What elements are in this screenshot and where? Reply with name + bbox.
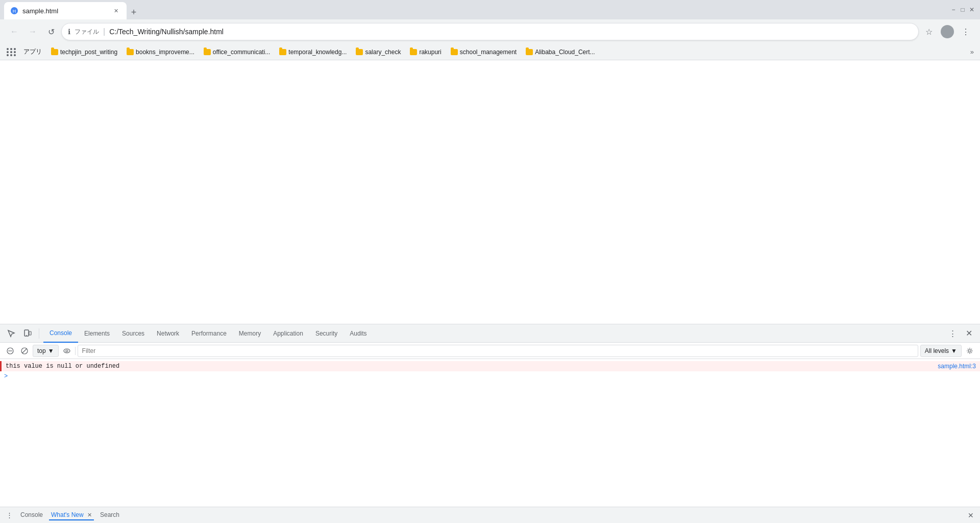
- window-controls: − □ ✕: [949, 6, 976, 14]
- page-content: [0, 60, 980, 324]
- folder-icon: [204, 49, 211, 55]
- file-protocol-label: ファイル: [75, 28, 99, 36]
- apps-grid-icon: [7, 48, 16, 56]
- folder-icon: [127, 49, 134, 55]
- levels-selector[interactable]: All levels ▼: [920, 345, 962, 357]
- folder-icon: [526, 49, 533, 55]
- bookmark-star-button[interactable]: ☆: [921, 23, 937, 40]
- omnibar: ← → ↺ ℹ ファイル | C:/Tech_Writing/Nullish/s…: [0, 19, 980, 44]
- gear-icon: [966, 347, 973, 354]
- folder-icon: [51, 49, 58, 55]
- svg-point-10: [66, 350, 68, 352]
- tab-close-button[interactable]: ✕: [111, 6, 120, 15]
- toolbar-vsep: [75, 347, 76, 355]
- tab-sources[interactable]: Sources: [116, 324, 151, 343]
- bookmark-office[interactable]: office_communicati...: [200, 46, 275, 58]
- settings-button[interactable]: [964, 345, 976, 357]
- console-block-button[interactable]: [18, 345, 31, 357]
- profile-button[interactable]: [939, 23, 955, 40]
- bookmark-temporal[interactable]: temporal_knowledg...: [275, 46, 351, 58]
- eye-button[interactable]: [61, 345, 73, 357]
- minimize-button[interactable]: −: [949, 6, 958, 14]
- devtools-panel: Console Elements Sources Network Perform…: [0, 324, 980, 523]
- cursor-icon: [7, 329, 15, 338]
- error-source-link[interactable]: sample.html:3: [938, 363, 976, 370]
- devtools-toolbar: Console Elements Sources Network Perform…: [0, 324, 980, 343]
- block-icon: [21, 347, 28, 354]
- bottom-menu-button[interactable]: ⋮: [4, 510, 14, 520]
- devtools-tabs: Console Elements Sources Network Perform…: [43, 324, 943, 343]
- apps-button[interactable]: [4, 45, 18, 59]
- device-icon: [23, 329, 32, 338]
- back-button[interactable]: ←: [6, 23, 22, 40]
- tab-title: sample.html: [22, 7, 107, 15]
- tab-performance[interactable]: Performance: [185, 324, 233, 343]
- tab-network[interactable]: Network: [151, 324, 185, 343]
- devtools-bottom-bar: ⋮ Console What's New ✕ Search ✕: [0, 507, 980, 523]
- svg-point-4: [26, 335, 27, 336]
- tab-elements[interactable]: Elements: [78, 324, 116, 343]
- toolbar-separator: [39, 328, 39, 339]
- console-prompt-line: >: [0, 371, 980, 382]
- bottom-tab-whats-new-close[interactable]: ✕: [87, 512, 92, 518]
- svg-point-9: [64, 349, 70, 353]
- context-arrow: ▼: [48, 347, 54, 354]
- profile-avatar: [941, 25, 954, 38]
- bookmark-rakupuri[interactable]: rakupuri: [406, 46, 445, 58]
- bookmark-alibaba[interactable]: Alibaba_Cloud_Cert...: [522, 46, 599, 58]
- context-value: top: [37, 347, 46, 354]
- levels-value: All levels: [925, 347, 949, 354]
- levels-arrow: ▼: [951, 347, 957, 354]
- tab-favicon: H: [10, 7, 18, 15]
- title-bar: H sample.html ✕ + − □ ✕: [0, 0, 980, 19]
- devtools-close-button[interactable]: ✕: [962, 326, 976, 341]
- folder-icon: [410, 49, 417, 55]
- error-message: this value is null or undefined: [6, 363, 119, 370]
- bottom-tab-console[interactable]: Console: [18, 510, 45, 520]
- console-output: this value is null or undefined sample.h…: [0, 359, 980, 507]
- folder-icon: [356, 49, 363, 55]
- clear-icon: [7, 347, 14, 354]
- device-toggle-button[interactable]: [20, 326, 35, 341]
- bottom-tab-whats-new[interactable]: What's New ✕: [49, 510, 94, 520]
- console-clear-button[interactable]: [4, 345, 16, 357]
- address-separator: |: [103, 27, 105, 36]
- browser-tab[interactable]: H sample.html ✕: [4, 2, 127, 19]
- address-bar[interactable]: ℹ ファイル | C:/Tech_Writing/Nullish/sample.…: [61, 23, 919, 40]
- eye-icon: [63, 347, 70, 354]
- maximize-button[interactable]: □: [959, 6, 967, 14]
- bottom-bar-close-button[interactable]: ✕: [966, 510, 976, 520]
- new-tab-button[interactable]: +: [127, 5, 141, 19]
- bookmark-salary[interactable]: salary_check: [352, 46, 405, 58]
- devtools-more-button[interactable]: ⋮: [945, 326, 960, 341]
- forward-button[interactable]: →: [24, 23, 41, 40]
- chrome-menu-button[interactable]: ⋮: [958, 23, 974, 40]
- svg-line-8: [22, 348, 27, 353]
- bookmark-techpjin[interactable]: techpjin_post_writing: [47, 46, 121, 58]
- folder-icon: [279, 49, 286, 55]
- security-icon: ℹ: [68, 28, 70, 36]
- tab-console[interactable]: Console: [43, 324, 78, 343]
- context-selector[interactable]: top ▼: [33, 345, 59, 357]
- bottom-tab-search[interactable]: Search: [98, 510, 121, 520]
- bookmark-school[interactable]: school_management: [447, 46, 521, 58]
- bookmarks-bar: アプリ techpjin_post_writing bookns_improve…: [0, 44, 980, 60]
- console-error-entry: this value is null or undefined sample.h…: [0, 361, 980, 371]
- folder-icon: [451, 49, 458, 55]
- tab-strip: H sample.html ✕ +: [4, 0, 949, 19]
- console-toolbar: top ▼ All levels ▼: [0, 343, 980, 359]
- tab-audits[interactable]: Audits: [344, 324, 373, 343]
- tab-security[interactable]: Security: [309, 324, 344, 343]
- bookmark-bookns[interactable]: bookns_improveme...: [122, 46, 199, 58]
- svg-rect-3: [29, 331, 31, 335]
- close-button[interactable]: ✕: [968, 6, 976, 14]
- svg-text:H: H: [13, 9, 16, 14]
- console-prompt-symbol: >: [4, 373, 8, 380]
- tab-application[interactable]: Application: [267, 324, 309, 343]
- filter-input[interactable]: [78, 345, 918, 357]
- address-text: C:/Tech_Writing/Nullish/sample.html: [109, 28, 912, 36]
- reload-button[interactable]: ↺: [43, 23, 59, 40]
- bookmarks-more-label[interactable]: »: [968, 48, 976, 56]
- inspect-element-button[interactable]: [4, 326, 18, 341]
- tab-memory[interactable]: Memory: [233, 324, 267, 343]
